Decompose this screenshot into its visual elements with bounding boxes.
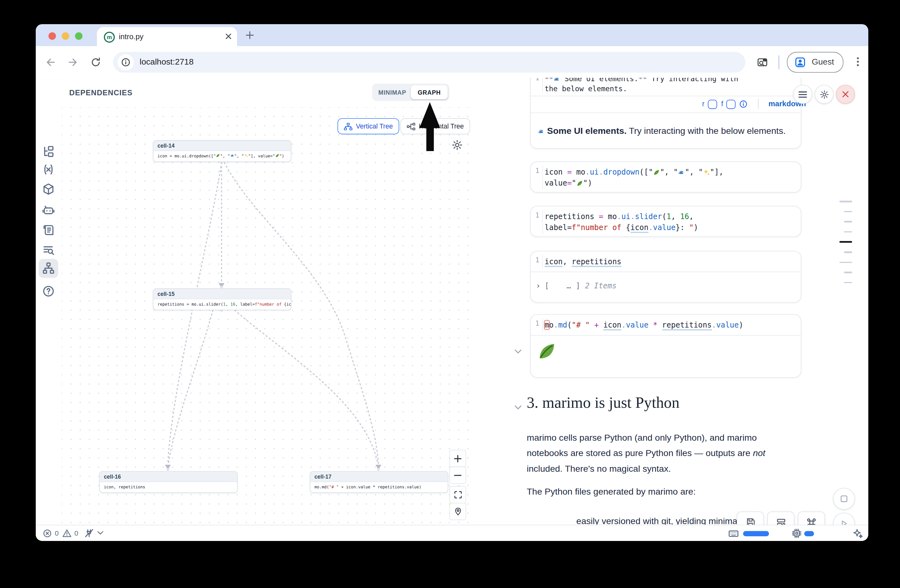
vertical-tree-button[interactable]: Vertical Tree [337, 118, 399, 135]
expand-chevron[interactable]: › [536, 282, 540, 290]
screenshot-stage: m intro.py localhost:2718 Guest [0, 0, 900, 588]
tab-search-icon[interactable] [757, 56, 769, 68]
cell-code-area[interactable]: 1 mo.md("# " + icon.value * repetitions.… [531, 315, 801, 335]
logs-icon[interactable] [42, 224, 54, 236]
cell-markdown-header[interactable]: 1 ** Some UI elements.** Try interacting… [530, 78, 802, 149]
browser-tab[interactable]: m intro.py [97, 27, 237, 46]
url-text: localhost:2718 [140, 57, 194, 66]
zoom-in-button[interactable] [449, 450, 466, 467]
cell-dropdown[interactable]: 1 icon = mo.ui.dropdown(["", "", ""], va… [530, 161, 802, 192]
cell-md-expression[interactable]: 1 mo.md("# " + icon.value * repetitions.… [530, 314, 802, 378]
tab-close-icon[interactable] [225, 33, 232, 40]
graph-node-cell-16[interactable]: cell-16icon, repetitions [99, 471, 238, 493]
warnings-count: 0 [74, 529, 78, 537]
cell-code-area[interactable]: 1 ** Some UI elements.** Try interacting… [531, 78, 801, 96]
disconnected-icon[interactable] [84, 528, 95, 538]
stop-button[interactable] [833, 488, 855, 510]
url-bar[interactable]: localhost:2718 [113, 52, 745, 73]
collapse-chevron-icon[interactable] [514, 349, 522, 354]
zoom-out-button[interactable] [449, 466, 466, 484]
section-heading: 3. marimo is just Python [527, 394, 680, 412]
panel-title: DEPENDENCIES [69, 88, 133, 97]
cpu-icon[interactable] [791, 528, 802, 538]
graph-nodes: cell-14icon = mo.ui.dropdown(["", "", ""… [62, 107, 474, 525]
f-toggle-checkbox[interactable] [726, 100, 736, 109]
back-icon[interactable] [45, 56, 56, 68]
outline-item[interactable] [844, 221, 852, 223]
outline-minimap[interactable] [839, 192, 852, 283]
ai-assistant-icon[interactable] [42, 203, 54, 216]
errors-count: 0 [55, 529, 59, 537]
outline-item-active[interactable] [839, 241, 852, 243]
r-toggle-checkbox[interactable] [708, 100, 717, 109]
outline-item[interactable] [844, 271, 852, 273]
outline-item[interactable] [844, 231, 852, 232]
toolbar-divider [758, 99, 759, 109]
marimo-favicon: m [104, 32, 115, 43]
dependencies-icon[interactable] [42, 262, 54, 274]
outline-item[interactable] [844, 210, 852, 212]
shortcuts-button[interactable] [798, 512, 825, 525]
graph-node-code: mo.md("# " + icon.value * repetitions.va… [310, 482, 448, 492]
cell-output [531, 336, 801, 377]
forward-icon[interactable] [67, 56, 78, 68]
gutter-line [542, 319, 543, 332]
graph-node-cell-17[interactable]: cell-17mo.md("# " + icon.value * repetit… [310, 471, 448, 493]
profile-button[interactable]: Guest [787, 52, 843, 73]
browser-tabstrip: m intro.py [36, 24, 868, 46]
outline-item[interactable] [844, 282, 852, 283]
locate-node-button[interactable] [449, 503, 466, 520]
errors-icon[interactable] [43, 529, 52, 538]
traffic-zoom-button[interactable] [75, 32, 82, 40]
cell-code-area[interactable]: 1 icon = mo.ui.dropdown(["", "", ""], va… [531, 162, 801, 193]
tab-graph[interactable]: GRAPH [411, 85, 448, 99]
profile-avatar-icon [794, 56, 806, 68]
variables-icon[interactable] [42, 163, 54, 176]
outline-item[interactable] [839, 201, 852, 202]
keyboard-icon[interactable] [728, 528, 739, 539]
help-icon[interactable] [42, 285, 54, 297]
snippets-search-icon[interactable] [42, 243, 54, 256]
info-icon[interactable] [739, 100, 748, 108]
cell-output: › [ … ] 2 Items [531, 272, 801, 302]
graph-node-cell-15[interactable]: cell-15repetitions = mo.ui.slider(1, 16,… [153, 288, 292, 310]
packages-icon[interactable] [42, 183, 54, 195]
tab-minimap[interactable]: MINIMAP [374, 85, 411, 99]
ai-sparkle-icon[interactable] [853, 528, 863, 538]
site-info-circle[interactable] [118, 54, 134, 71]
traffic-minimize-button[interactable] [62, 32, 69, 40]
status-chevron-icon[interactable] [97, 531, 104, 536]
run-button[interactable] [833, 512, 855, 525]
shutdown-button[interactable] [836, 85, 855, 104]
reload-icon[interactable] [90, 56, 102, 68]
traffic-close-button[interactable] [49, 32, 56, 40]
cell-footer-toolbar: r f markdown [531, 96, 801, 113]
paragraph-line: included. There's no magical syntax. [527, 461, 765, 477]
save-button[interactable] [737, 512, 763, 525]
new-tab-icon[interactable] [246, 31, 254, 39]
graph-node-cell-14[interactable]: cell-14icon = mo.ui.dropdown(["", "", ""… [153, 140, 292, 162]
code-line: repetitions = mo.ui.slider(1, 16, [545, 211, 795, 222]
browser-menu-icon[interactable] [853, 56, 863, 67]
notebook-menu-button[interactable] [793, 85, 813, 104]
outline-item[interactable] [839, 262, 852, 263]
cell-refs[interactable]: 1 icon, repetitions › [ … ] 2 Items [530, 251, 802, 303]
dependency-graph-canvas[interactable]: cell-14icon = mo.ui.dropdown(["", "", ""… [62, 107, 474, 525]
cell-code-area[interactable]: 1 icon, repetitions [531, 251, 801, 271]
notebook-settings-button[interactable] [815, 85, 834, 104]
cell-code-area[interactable]: 1 repetitions = mo.ui.slider(1, 16, labe… [531, 207, 801, 238]
cell-slider[interactable]: 1 repetitions = mo.ui.slider(1, 16, labe… [530, 206, 802, 237]
line-number: 1 [531, 78, 540, 82]
hamburger-icon [798, 91, 807, 98]
layout-button[interactable] [767, 512, 794, 525]
file-tree-icon[interactable] [42, 145, 54, 158]
play-icon [839, 519, 849, 525]
code-line: ** Some UI elements.** Try interacting w… [545, 78, 795, 84]
code-line: label=f"number of {icon.value}: ") [545, 222, 795, 233]
section-paragraph-2: The Python files generated by marimo are… [527, 487, 696, 497]
outline-item[interactable] [844, 251, 852, 253]
fit-view-button[interactable] [449, 486, 466, 503]
code-line: icon = mo.ui.dropdown(["", "", ""], [545, 167, 795, 178]
warnings-icon[interactable] [62, 529, 71, 538]
section-chevron-icon[interactable] [514, 405, 522, 410]
